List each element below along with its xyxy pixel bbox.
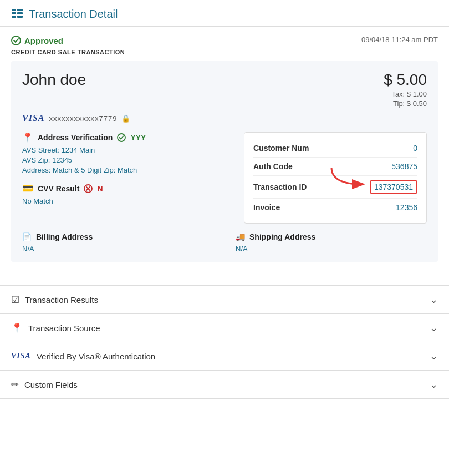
transaction-id-label: Transaction ID	[253, 183, 307, 191]
grid-icon	[11, 8, 23, 21]
avs-check-icon	[117, 133, 126, 142]
amount-block: $ 5.00 Tax: $ 1.00 Tip: $ 0.50	[384, 71, 427, 108]
auth-code-label: Auth Code	[253, 162, 293, 171]
cvv-result-label: CVV Result	[38, 184, 79, 193]
card-icon: 💳	[22, 183, 33, 194]
chevron-down-icon-visa: ⌄	[430, 350, 438, 362]
card-number-masked: xxxxxxxxxxxx7779	[49, 114, 117, 123]
transaction-id-row: Transaction ID 137370531	[253, 176, 417, 199]
chevron-down-icon-results: ⌄	[430, 293, 438, 306]
svg-point-7	[118, 134, 125, 141]
visa-auth-logo: VISA	[11, 352, 31, 361]
transaction-id-value: 137370531	[370, 180, 417, 194]
page-header: Transaction Detail	[0, 0, 449, 27]
chevron-down-icon-source: ⌄	[430, 322, 438, 334]
invoice-row: Invoice 12356	[253, 199, 417, 216]
shipping-label: Shipping Address	[249, 232, 315, 241]
card-number-row: VISA xxxxxxxxxxxx7779 🔒	[22, 113, 427, 123]
shipping-address-block: 🚚 Shipping Address N/A	[236, 232, 427, 253]
svg-rect-4	[17, 12, 23, 14]
card-top-row: John doe $ 5.00 Tax: $ 1.00 Tip: $ 0.50	[22, 71, 427, 108]
shipping-icon: 🚚	[236, 232, 245, 241]
accordion-left-custom: ✏ Custom Fields	[11, 379, 78, 391]
avs-street: AVS Street: 1234 Main	[22, 146, 233, 154]
yyy-badge: YYY	[130, 133, 146, 142]
customer-num-label: Customer Num	[253, 144, 309, 153]
address-verification-header: 📍 Address Verification YYY	[22, 132, 233, 143]
svg-point-6	[12, 36, 21, 45]
accordion-visa-auth[interactable]: VISA Verified By Visa® Authentication ⌄	[0, 342, 449, 371]
accordion-left-results: ☑ Transaction Results	[11, 294, 98, 306]
approved-label: Approved	[24, 36, 63, 45]
customer-num-value: 0	[413, 144, 417, 153]
avs-match: Address: Match & 5 Digit Zip: Match	[22, 166, 233, 174]
customer-name: John doe	[22, 71, 86, 89]
page-title: Transaction Detail	[29, 8, 118, 21]
tip-label: Tip: $ 0.50	[384, 99, 427, 108]
lock-icon: 🔒	[121, 114, 130, 123]
customer-num-row: Customer Num 0	[253, 139, 417, 158]
source-pin-icon: 📍	[11, 322, 23, 334]
svg-rect-3	[17, 9, 23, 11]
info-table: Customer Num 0 Auth Code 536875	[244, 132, 427, 224]
top-info-bar: Approved 09/04/18 11:24 am PDT	[11, 36, 438, 45]
approved-badge: Approved	[11, 36, 63, 45]
accordion-results-label: Transaction Results	[25, 295, 98, 305]
visa-logo: VISA	[22, 113, 44, 123]
invoice-label: Invoice	[253, 203, 280, 212]
address-verification-label: Address Verification	[38, 133, 113, 142]
main-content: Approved 09/04/18 11:24 am PDT CREDIT CA…	[0, 27, 449, 280]
accordion-list: ☑ Transaction Results ⌄ 📍 Transaction So…	[0, 285, 449, 399]
amount-sub: Tax: $ 1.00 Tip: $ 0.50	[384, 90, 427, 108]
tax-label: Tax: $ 1.00	[384, 90, 427, 98]
svg-rect-1	[12, 12, 16, 14]
invoice-value: 12356	[396, 203, 417, 212]
transaction-type-label: CREDIT CARD SALE TRANSACTION	[11, 49, 438, 55]
accordion-custom-fields[interactable]: ✏ Custom Fields ⌄	[0, 371, 449, 399]
accordion-visa-label: Verified By Visa® Authentication	[37, 352, 155, 361]
billing-address-header: 📄 Billing Address	[22, 232, 213, 241]
red-arrow-icon	[326, 165, 370, 193]
pencil-icon: ✏	[11, 379, 19, 391]
cvv-result-header: 💳 CVV Result N	[22, 183, 233, 194]
accordion-left-source: 📍 Transaction Source	[11, 322, 100, 334]
chevron-down-icon-custom: ⌄	[430, 378, 438, 391]
billing-address-block: 📄 Billing Address N/A	[22, 232, 213, 253]
billing-shipping-row: 📄 Billing Address N/A 🚚 Shipping Address…	[22, 232, 427, 253]
approved-check-icon	[11, 36, 21, 45]
avs-zip: AVS Zip: 12345	[22, 156, 233, 164]
card-section: John doe $ 5.00 Tax: $ 1.00 Tip: $ 0.50 …	[11, 61, 438, 262]
svg-rect-5	[17, 16, 23, 18]
billing-value: N/A	[22, 245, 213, 253]
pin-icon: 📍	[22, 132, 33, 143]
svg-rect-0	[12, 9, 16, 11]
billing-label: Billing Address	[36, 232, 93, 241]
svg-rect-2	[12, 16, 16, 18]
cvv-x-icon	[84, 184, 93, 193]
auth-code-value: 536875	[391, 162, 417, 171]
address-verification-block: 📍 Address Verification YYY AVS Street: 1…	[22, 132, 233, 174]
accordion-transaction-results[interactable]: ☑ Transaction Results ⌄	[0, 286, 449, 314]
shipping-value: N/A	[236, 245, 427, 253]
details-grid: 📍 Address Verification YYY AVS Street: 1…	[22, 132, 427, 224]
billing-icon: 📄	[22, 232, 32, 241]
accordion-left-visa: VISA Verified By Visa® Authentication	[11, 352, 155, 361]
transaction-datetime: 09/04/18 11:24 am PDT	[361, 36, 438, 44]
accordion-source-label: Transaction Source	[28, 323, 100, 333]
amount-main: $ 5.00	[384, 71, 427, 89]
details-left: 📍 Address Verification YYY AVS Street: 1…	[22, 132, 233, 224]
accordion-custom-label: Custom Fields	[24, 380, 78, 389]
results-check-icon: ☑	[11, 294, 19, 306]
accordion-transaction-source[interactable]: 📍 Transaction Source ⌄	[0, 314, 449, 342]
cvv-n-badge: N	[97, 184, 103, 193]
cvv-no-match-text: No Match	[22, 197, 233, 205]
shipping-address-header: 🚚 Shipping Address	[236, 232, 427, 241]
cvv-result-block: 💳 CVV Result N No Match	[22, 183, 233, 205]
